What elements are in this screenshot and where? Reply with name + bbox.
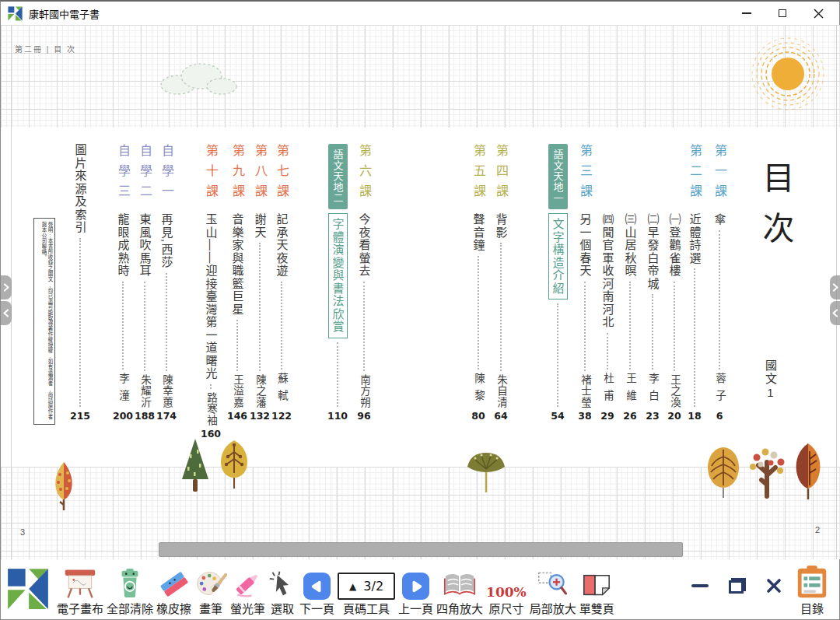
partial-zoom-button[interactable]: 局部放大 [530,565,576,616]
cursor-icon [268,569,296,600]
page-number-box[interactable]: ▲ 3/2 [338,573,395,600]
close-icon [814,9,824,19]
copyright-note: 聲明:本書所收錄之圖文,均已盡可能取得著作權授權,如有遺漏者,尚請原作者與本公司… [33,218,55,425]
prev-page-button[interactable]: 上一頁 [398,565,433,616]
breadcrumb: 第二冊 | 目 次 [15,43,76,54]
toc-entry[interactable]: ㈢山居秋暝王維26 [620,144,640,422]
tool-label: 選取 [271,601,294,616]
tool-label: 四角放大 [436,601,483,616]
title-bar: 康軒國中電子書 [1,2,839,25]
nav-forward-button[interactable] [830,275,840,299]
toc-author: 杜甫 [600,373,615,408]
nav-forward-button[interactable] [1,275,12,299]
tool-label: 原尺寸 [488,601,523,616]
app-window-controls [691,578,782,594]
dotted-leader [122,282,124,370]
highlighter-button[interactable]: 螢光筆 [230,565,265,616]
easel-icon [63,567,97,600]
toc-entry[interactable]: ㈠登鸛雀樓王之渙20 [664,144,684,422]
toc-entry[interactable]: 第七課記承天夜遊蘇軾122 [271,144,292,422]
magnifier-plus-icon [537,569,569,600]
dotted-leader [629,282,631,370]
restore-icon [729,578,746,594]
maximize-button[interactable] [777,8,788,19]
toc-entry[interactable]: 第一課傘蓉子6 [709,144,730,422]
page-number-tool[interactable]: ▲ 3/2 頁碼工具 [338,565,395,616]
toc-author: 陳黎 [471,373,486,408]
toc-entry[interactable]: 第二課近體詩選18 [684,144,705,422]
nav-back-button[interactable] [830,301,840,325]
dotted-leader [166,273,167,371]
next-page-button[interactable]: 下一頁 [299,565,334,616]
page-indicator-value: 3/2 [363,579,383,594]
single-double-page-button[interactable]: 單雙頁 [579,565,614,616]
toc-title: 謝天 [252,213,268,239]
toc-entry[interactable]: 語文天地二字體演變與書法欣賞110 [327,144,348,422]
brush-button[interactable]: 畫筆 [194,565,227,616]
toc-entry[interactable]: 語文天地一文字構造介紹54 [548,144,568,422]
toc-entry[interactable]: 圖片來源及索引215 [70,144,90,422]
100-percent-icon: 100% [486,584,527,600]
toc-lesson-label: 自學二 [135,144,154,213]
toc-entry[interactable]: 第三課另一個春天褚士瑩38 [575,144,595,422]
toc-author: 王之渙 [667,374,682,408]
knsh-logo-icon[interactable] [7,568,49,610]
app-close-button[interactable] [766,578,782,594]
toc-entry[interactable]: 第八課謝天陳之藩132 [250,144,270,422]
toc-lesson-label: 第二課 [685,144,704,213]
toc-entry[interactable]: 第五課聲音鐘陳黎80 [468,144,488,422]
nav-back-button[interactable] [1,301,12,325]
toc-title: 聲音鐘 [471,213,487,252]
toc-entry[interactable]: 自學三龍眼成熟時李潼200 [113,144,133,422]
toc-page-number: 64 [494,410,507,422]
toc-entry[interactable]: 第九課音樂家與職籃巨星王溢嘉146 [227,144,247,422]
toc-author: 褚士瑩 [577,374,593,408]
dotted-leader [79,238,81,408]
minimize-button[interactable] [741,8,752,19]
toc-entry[interactable]: 自學二東風吹馬耳朱耀沂188 [135,144,155,422]
toc-author: 南方朔 [356,374,372,408]
toc-page-number: 215 [70,410,90,422]
app-minimize-button[interactable] [691,584,709,587]
toc-page-number: 96 [357,410,370,422]
toc-entry[interactable]: ㈡早發白帝城李白23 [642,144,663,422]
tree-decoration [180,437,211,493]
dotted-leader [584,282,586,371]
grid-paper-top [1,25,840,128]
toolbar: 電子畫布 全部清除 橡皮擦 [1,562,839,619]
toc-author: 李潼 [115,373,131,408]
toc-title: ㈣聞官軍收河南河北 [600,213,616,329]
toc-entry[interactable]: 第十課玉山——迎接臺灣第一道曙光路寒袖160 [201,144,221,422]
dotted-leader [337,342,338,408]
toc-page-number: 132 [250,410,270,422]
horizontal-scrollbar[interactable] [159,542,683,557]
eraser-button[interactable]: 橡皮擦 [156,565,191,616]
tool-label: 橡皮擦 [156,601,191,616]
toc-entry[interactable]: 自學一再見,西莎陳幸蕙174 [156,144,177,422]
canvas-button[interactable]: 電子畫布 [57,565,103,616]
close-button[interactable] [813,8,824,19]
toc-page-number: 6 [716,410,723,422]
toc-author: 王溢嘉 [229,374,245,408]
original-size-button[interactable]: 100% 原尺寸 [486,565,527,616]
toc-title: 近體詩選 [687,213,703,264]
tool-label: 局部放大 [530,601,576,616]
toc-title: 東風吹馬耳 [137,213,153,278]
toc-button[interactable]: 目錄 [794,565,830,616]
minimize-icon [742,12,751,14]
toc-author: 路寒袖 [203,392,219,426]
toc-entry[interactable]: ㈣聞官軍收河南河北杜甫29 [597,144,618,422]
toc-entry[interactable]: 第六課今夜看螢去南方朔96 [354,144,374,422]
clear-all-button[interactable]: 全部清除 [107,565,153,616]
window-buttons [741,8,824,19]
toc-author: 蓉子 [712,373,727,408]
toc-title: 龍眼成熟時 [115,213,131,278]
toc-title: ㈠登鸛雀樓 [667,213,683,278]
app-restore-button[interactable] [729,578,746,594]
toc-lesson-label: 第八課 [250,144,269,213]
toc-page-number: 20 [667,410,681,422]
select-button[interactable]: 選取 [268,565,296,616]
toc-entry[interactable]: 第四課背影朱自清64 [491,144,511,422]
corner-zoom-button[interactable]: 四角放大 [436,565,483,616]
chevron-right-icon [832,283,838,292]
